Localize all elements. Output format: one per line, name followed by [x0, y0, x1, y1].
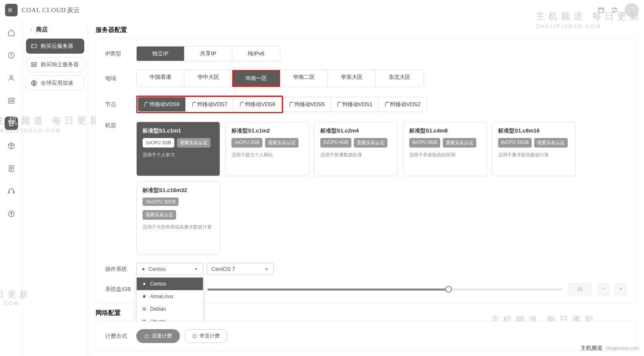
rail-store[interactable] — [5, 117, 18, 130]
os-version-select[interactable]: CentOS 7 — [207, 263, 274, 275]
seg-region-huazhong[interactable]: 华中大区 — [184, 70, 232, 87]
sysdisk-minus[interactable]: − — [597, 283, 609, 295]
sidebar-item-buy-cloud[interactable]: 购买云服务器 — [26, 39, 84, 54]
rail-server[interactable] — [5, 94, 18, 107]
model-desc: 适用于建立个人网站 — [231, 152, 303, 158]
model-card-c4m8[interactable]: 标准型S1.c4m8 4vCPU 8GB 需要实名认证 适用于并发较高的应用 — [403, 122, 487, 176]
slider-thumb[interactable] — [445, 286, 452, 293]
model-spec: 2vCPU 4GB — [320, 138, 351, 148]
rail-dashboard[interactable] — [5, 49, 18, 62]
refresh-icon[interactable] — [611, 7, 618, 13]
seg-node-vds6[interactable]: 广州移动VDS6 — [234, 97, 281, 112]
label-node: 节点 — [105, 101, 136, 108]
seg-ip-type: 独立IP 共享IP 纯IPv6 — [136, 46, 280, 61]
seg-region-dongbei[interactable]: 东北大区 — [376, 70, 423, 87]
seg-region-huadong[interactable]: 华东大区 — [328, 70, 376, 87]
model-auth: 需要实名认证 — [143, 210, 176, 220]
rail-billing[interactable] — [5, 207, 18, 221]
seg-region-huanan2[interactable]: 华南二区 — [280, 70, 328, 87]
label-billing: 计费方式 — [105, 333, 136, 340]
sidebar-back[interactable]: 商店 — [26, 24, 84, 39]
model-auth: 需要实名认证 — [443, 138, 476, 148]
model-spec: 8vCPU 16GB — [498, 138, 532, 148]
section-title-net-config: 网络配置 — [96, 309, 636, 317]
model-auth: 需要实名认证 — [177, 138, 210, 148]
seg-ip-ipv6[interactable]: 纯IPv6 — [232, 47, 280, 61]
label-region: 地域 — [105, 75, 136, 82]
sysdisk-value: 20 — [568, 283, 592, 295]
svg-rect-8 — [31, 62, 36, 64]
seg-ip-shared[interactable]: 共享IP — [184, 47, 232, 61]
svg-point-12 — [143, 283, 145, 285]
os-family-value: Centos — [148, 266, 166, 272]
model-spec: 16vCPU 32GB — [143, 197, 179, 206]
seg-region: 中国香港 华中大区 华南一区 华南二区 华东大区 东北大区 — [136, 70, 424, 87]
sidebar-item-global-accel[interactable]: 全球应用加速 — [26, 75, 84, 91]
model-auth: 需要实名认证 — [265, 138, 299, 148]
model-auth: 需要实名认证 — [354, 138, 387, 148]
svg-point-19 — [145, 335, 148, 338]
seg-region-hk[interactable]: 中国香港 — [137, 70, 184, 87]
label-model: 机型 — [105, 122, 136, 129]
seg-node-vds2[interactable]: 广州移动VDS2 — [379, 97, 426, 112]
sidebar-item-buy-dedicated[interactable]: 购买独立服务器 — [26, 57, 84, 72]
billing-traffic[interactable]: 流量计费 — [136, 329, 180, 343]
svg-point-16 — [144, 320, 145, 321]
sysdisk-plus[interactable]: + — [615, 283, 627, 295]
model-title: 标准型S1.c4m8 — [409, 127, 480, 135]
svg-rect-4 — [8, 101, 14, 104]
rail-home[interactable] — [5, 26, 18, 39]
sidebar-item-label: 购买独立服务器 — [41, 61, 79, 68]
model-spec: 1vCPU 2GB — [231, 138, 262, 148]
label-os: 操作系统 — [105, 265, 136, 273]
svg-point-2 — [10, 75, 13, 78]
sidebar-item-label: 全球应用加速 — [41, 79, 73, 87]
os-opt-centos[interactable]: Centos — [137, 278, 203, 290]
model-spec: 4vCPU 8GB — [409, 138, 440, 148]
model-card-c2m4[interactable]: 标准型S1.c2m4 2vCPU 4GB 需要实名认证 适用于普通数据处理 — [314, 122, 398, 176]
chevron-down-icon — [264, 267, 269, 272]
svg-point-20 — [193, 335, 196, 338]
model-title: 标准型S1.c2m4 — [320, 127, 392, 135]
sidebar-item-label: 购买云服务器 — [41, 42, 73, 50]
model-title: 标准型S1.c1m1 — [143, 127, 214, 135]
model-card-c1m1[interactable]: 标准型S1.c1m1 1vCPU 1GB 需要实名认证 适用于个人学习 — [136, 122, 220, 176]
label-sysdisk: 系统盘/GB — [105, 286, 136, 293]
seg-ip-standalone[interactable]: 独立IP — [137, 47, 184, 61]
billing-bandwidth[interactable]: 带宽计费 — [184, 329, 228, 343]
model-spec: 1vCPU 1GB — [143, 138, 174, 148]
brand-sub: 炭云 — [67, 6, 80, 14]
svg-rect-7 — [31, 44, 36, 48]
brand-logo: COAL CLOUD 炭云 — [22, 6, 80, 14]
model-title: 标准型S1.c8m16 — [498, 127, 569, 135]
model-card-c1m2[interactable]: 标准型S1.c1m2 1vCPU 2GB 需要实名认证 适用于建立个人网站 — [225, 122, 309, 176]
seg-region-huanan1[interactable]: 华南一区 — [232, 70, 280, 87]
model-desc: 适用于大型应用或高要求数据计算 — [143, 224, 214, 230]
model-card-c8m16[interactable]: 标准型S1.c8m16 8vCPU 16GB 需要实名认证 适用于要求较高数据计… — [492, 122, 576, 176]
model-desc: 适用于普通数据处理 — [320, 152, 392, 158]
svg-rect-9 — [31, 65, 36, 66]
os-opt-almalinux[interactable]: AlmaLinux — [137, 290, 203, 303]
calendar-icon[interactable] — [598, 7, 605, 13]
model-card-c16m32[interactable]: 标准型S1.c16m32 16vCPU 32GB 需要实名认证 适用于大型应用或… — [136, 181, 220, 255]
model-grid: 标准型S1.c1m1 1vCPU 1GB 需要实名认证 适用于个人学习 标准型S… — [136, 122, 627, 255]
rail-doc[interactable] — [5, 162, 18, 175]
avatar[interactable] — [625, 3, 639, 17]
rail-user[interactable] — [5, 71, 18, 85]
seg-node-vds7[interactable]: 广州移动VDS7 — [186, 97, 234, 112]
rail-support[interactable] — [5, 184, 18, 198]
seg-node-vds5[interactable]: 广州移动VDS5 — [283, 97, 331, 112]
seg-node-vds8[interactable]: 广州移动VDS8 — [138, 97, 186, 112]
sysdisk-slider[interactable] — [208, 288, 562, 291]
os-version-value: CentOS 7 — [211, 266, 235, 272]
back-button[interactable] — [5, 4, 18, 16]
seg-node-vds1[interactable]: 广州移动VDS1 — [331, 97, 379, 112]
svg-rect-3 — [8, 98, 14, 100]
svg-point-11 — [143, 268, 145, 270]
os-family-select[interactable]: Centos — [136, 263, 203, 275]
model-desc: 适用于个人学习 — [143, 152, 214, 158]
rail-cube[interactable] — [5, 139, 18, 153]
model-title: 标准型S1.c1m2 — [231, 127, 303, 135]
label-ip-type: IP类型 — [105, 50, 136, 57]
svg-rect-0 — [599, 8, 604, 13]
